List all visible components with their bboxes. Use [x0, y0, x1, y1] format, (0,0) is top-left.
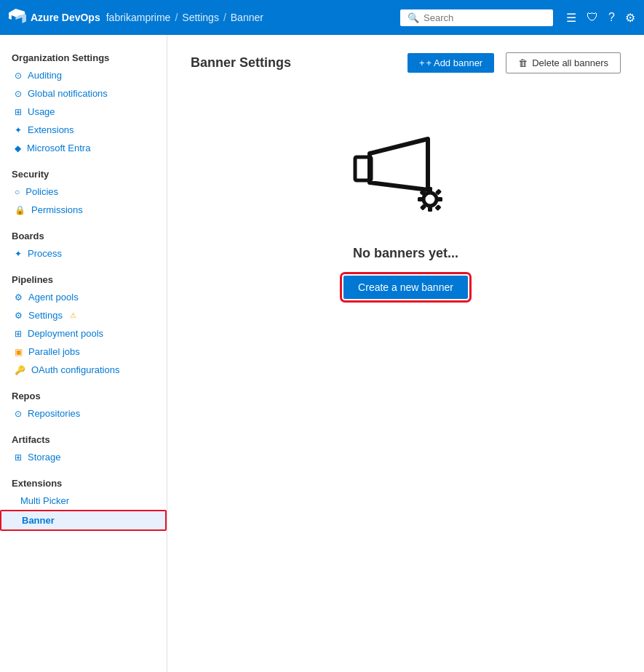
parallel-jobs-icon: ▣: [15, 347, 23, 357]
sidebar-item-agent-pools[interactable]: ⚙ Agent pools: [0, 288, 167, 306]
svg-rect-5: [418, 197, 423, 201]
settings-icon: ⚙: [15, 311, 23, 321]
agent-pools-icon: ⚙: [15, 292, 23, 303]
sidebar-item-policies[interactable]: ○ Policies: [0, 183, 167, 201]
sidebar-item-permissions[interactable]: 🔒 Permissions: [0, 201, 167, 219]
artifacts-section-title: Artifacts: [0, 427, 167, 448]
azure-devops-logo-icon: [9, 9, 26, 26]
deployment-pools-icon: ⊞: [15, 329, 22, 339]
create-new-banner-button[interactable]: Create a new banner: [343, 276, 468, 299]
sidebar-item-global-notifications[interactable]: ⊙ Global notifications: [0, 84, 167, 103]
svg-rect-6: [437, 197, 442, 201]
svg-rect-4: [428, 207, 432, 212]
sidebar-item-auditing[interactable]: ⊙ Auditing: [0, 66, 167, 84]
entra-icon: ◆: [15, 143, 21, 153]
nav-icons: ☰ 🛡 ? ⚙: [566, 11, 635, 25]
sidebar-item-extensions[interactable]: ✦ Extensions: [0, 121, 167, 139]
sidebar-item-settings[interactable]: ⚙ Settings ⚠: [0, 306, 167, 324]
banner-gear-illustration: [348, 132, 464, 226]
svg-marker-0: [370, 139, 428, 190]
menu-icon[interactable]: ☰: [566, 11, 576, 25]
sidebar-item-usage[interactable]: ⊞ Usage: [0, 103, 167, 121]
extensions-icon: ✦: [15, 125, 22, 135]
extensions-sub-section-title: Extensions: [0, 471, 167, 492]
sidebar: Organization Settings ⊙ Auditing ⊙ Globa…: [0, 35, 167, 672]
sidebar-item-deployment-pools[interactable]: ⊞ Deployment pools: [0, 324, 167, 343]
breadcrumb: fabrikamprime / Settings / Banner: [106, 12, 263, 23]
top-navigation: Azure DevOps fabrikamprime / Settings / …: [0, 0, 644, 35]
usage-icon: ⊞: [15, 107, 22, 117]
sidebar-item-microsoft-entra[interactable]: ◆ Microsoft Entra: [0, 139, 167, 157]
trash-icon: 🗑: [518, 57, 528, 68]
boards-section-title: Boards: [0, 223, 167, 244]
empty-state-icon: [348, 132, 464, 228]
settings-warning-icon: ⚠: [70, 311, 76, 319]
user-settings-icon[interactable]: ⚙: [625, 11, 635, 25]
svg-point-2: [424, 193, 437, 206]
page-header: Banner Settings + + Add banner 🗑 Delete …: [191, 52, 621, 73]
policies-icon: ○: [15, 187, 20, 197]
empty-state-title: No banners yet...: [353, 246, 458, 261]
search-icon: 🔍: [408, 12, 419, 23]
search-input[interactable]: [424, 12, 546, 23]
main-layout: Organization Settings ⊙ Auditing ⊙ Globa…: [0, 35, 644, 672]
sidebar-item-storage[interactable]: ⊞ Storage: [0, 448, 167, 466]
repositories-icon: ⊙: [15, 409, 22, 419]
app-logo[interactable]: Azure DevOps: [9, 9, 100, 26]
search-box[interactable]: 🔍: [400, 9, 553, 26]
delete-all-banners-button[interactable]: 🗑 Delete all banners: [506, 52, 621, 73]
main-content: Banner Settings + + Add banner 🗑 Delete …: [167, 35, 644, 672]
empty-state: No banners yet... Create a new banner: [191, 132, 621, 299]
help-icon[interactable]: ?: [608, 11, 615, 24]
auditing-icon: ⊙: [15, 71, 22, 81]
sidebar-item-oauth[interactable]: 🔑 OAuth configurations: [0, 361, 167, 379]
svg-rect-3: [428, 187, 432, 192]
sidebar-item-banner[interactable]: Banner: [0, 510, 167, 531]
shield-icon[interactable]: 🛡: [587, 11, 598, 24]
add-icon: +: [419, 57, 425, 68]
pipelines-section-title: Pipelines: [0, 267, 167, 288]
security-section-title: Security: [0, 161, 167, 183]
org-settings-title: Organization Settings: [0, 45, 167, 66]
sidebar-item-parallel-jobs[interactable]: ▣ Parallel jobs: [0, 343, 167, 361]
repos-section-title: Repos: [0, 383, 167, 404]
permissions-icon: 🔒: [15, 205, 25, 215]
process-icon: ✦: [15, 249, 22, 259]
page-title: Banner Settings: [191, 55, 396, 71]
sidebar-item-multi-picker[interactable]: Multi Picker: [0, 492, 167, 510]
storage-icon: ⊞: [15, 452, 22, 463]
sidebar-inner: Organization Settings ⊙ Auditing ⊙ Globa…: [0, 45, 167, 531]
sidebar-item-repositories[interactable]: ⊙ Repositories: [0, 404, 167, 423]
oauth-icon: 🔑: [15, 365, 25, 375]
add-banner-button[interactable]: + + Add banner: [408, 53, 494, 73]
notifications-icon: ⊙: [15, 89, 22, 99]
sidebar-item-process[interactable]: ✦ Process: [0, 244, 167, 263]
